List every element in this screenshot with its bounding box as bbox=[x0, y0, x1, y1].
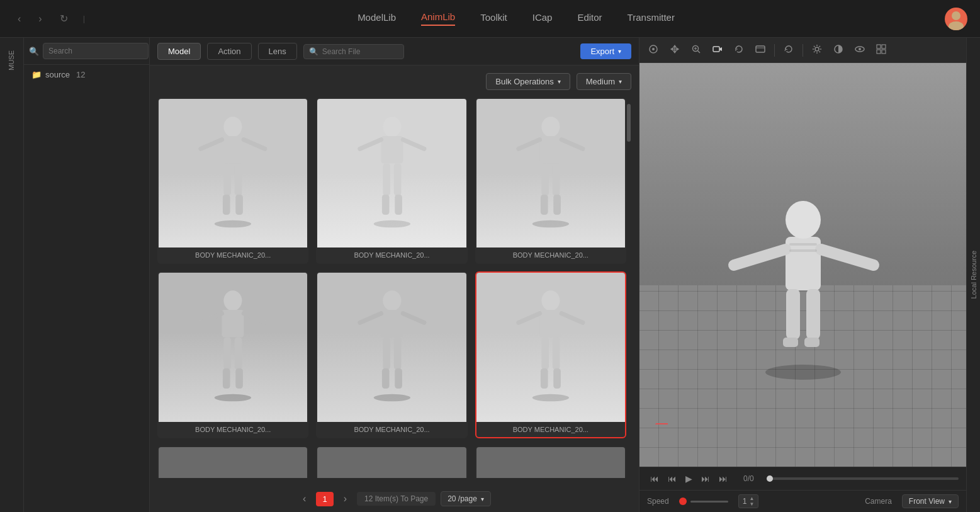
vp-target-button[interactable] bbox=[645, 42, 662, 59]
scroll-thumb[interactable] bbox=[627, 104, 631, 142]
grid-item-image-8 bbox=[317, 447, 466, 478]
svg-point-55 bbox=[532, 394, 569, 402]
next-frame-button[interactable]: ⏭ bbox=[698, 472, 713, 485]
prev-page-arrow[interactable]: ‹ bbox=[298, 491, 311, 507]
vp-eye-button[interactable] bbox=[851, 42, 869, 59]
grid-item-7[interactable] bbox=[157, 446, 308, 478]
scroll-bar[interactable] bbox=[626, 98, 631, 478]
muse-tab[interactable]: MUSE bbox=[4, 44, 20, 77]
speed-stepper[interactable]: ▲ ▼ bbox=[749, 496, 754, 507]
grid-item-image-1 bbox=[159, 99, 307, 247]
back-arrow[interactable]: ‹ bbox=[13, 11, 26, 27]
grid-item-label-6: BODY MECHANIC_20... bbox=[476, 422, 625, 437]
vp-video-button[interactable] bbox=[752, 42, 769, 59]
nav-animlib[interactable]: AnimLib bbox=[421, 11, 455, 26]
vp-camera-button[interactable] bbox=[709, 42, 726, 59]
vp-contrast-button[interactable] bbox=[830, 42, 847, 59]
svg-rect-17 bbox=[381, 195, 389, 215]
svg-line-22 bbox=[519, 139, 539, 149]
frame-display: 0/0 bbox=[738, 473, 759, 484]
skip-end-button[interactable]: ⏭ bbox=[716, 472, 731, 485]
vp-separator-2 bbox=[803, 44, 803, 57]
refresh-button[interactable]: ↻ bbox=[55, 10, 73, 27]
svg-line-73 bbox=[819, 46, 821, 47]
viewport-canvas[interactable] bbox=[639, 63, 966, 467]
export-button[interactable]: Export ▾ bbox=[580, 43, 631, 59]
speed-down[interactable]: ▼ bbox=[749, 501, 754, 507]
vp-grid-button[interactable] bbox=[872, 42, 890, 59]
forward-arrow[interactable]: › bbox=[33, 11, 47, 27]
svg-rect-3 bbox=[222, 136, 244, 164]
per-page-select[interactable]: 20 /page ▾ bbox=[441, 491, 491, 506]
speed-track[interactable] bbox=[690, 501, 728, 503]
user-avatar[interactable] bbox=[945, 8, 967, 30]
local-resource-sidebar[interactable]: Local Resource bbox=[966, 38, 980, 512]
svg-rect-16 bbox=[393, 163, 401, 195]
timeline-bar[interactable] bbox=[767, 477, 959, 480]
grid-item-9[interactable] bbox=[475, 446, 626, 478]
folder-source[interactable]: 📁 source 12 bbox=[24, 65, 149, 84]
tab-model[interactable]: Model bbox=[157, 43, 201, 60]
speed-up[interactable]: ▲ bbox=[749, 496, 754, 501]
export-label: Export bbox=[590, 47, 614, 56]
svg-rect-44 bbox=[381, 368, 389, 389]
speed-label: Speed bbox=[647, 497, 669, 506]
grid-item-4[interactable]: BODY MECHANIC_20... bbox=[157, 271, 308, 438]
grid-item-1[interactable]: BODY MECHANIC_20... bbox=[157, 98, 308, 264]
svg-rect-9 bbox=[236, 195, 244, 215]
svg-rect-12 bbox=[381, 136, 403, 164]
svg-point-2 bbox=[224, 117, 242, 137]
svg-point-82 bbox=[765, 365, 841, 380]
bulk-operations-button[interactable]: Bulk Operations ▾ bbox=[486, 73, 570, 90]
grid-item-6[interactable]: BODY MECHANIC_20... bbox=[475, 271, 626, 438]
svg-rect-33 bbox=[224, 337, 232, 369]
next-page-arrow[interactable]: › bbox=[339, 491, 352, 507]
nav-modellib[interactable]: ModelLib bbox=[358, 12, 396, 25]
timeline-thumb[interactable] bbox=[767, 475, 773, 482]
svg-line-86 bbox=[821, 249, 874, 265]
grid-item-5[interactable]: BODY MECHANIC_20... bbox=[316, 271, 467, 438]
prev-frame-button[interactable]: ⏮ bbox=[665, 472, 680, 485]
viewport-panel: ⏮ ⏮ ▶ ⏭ ⏭ 0/0 Speed 1 ▲ ▼ bbox=[639, 38, 966, 512]
speed-slider[interactable] bbox=[679, 498, 728, 505]
skip-start-button[interactable]: ⏮ bbox=[647, 472, 662, 485]
svg-rect-64 bbox=[756, 46, 765, 52]
vp-reset-button[interactable] bbox=[780, 42, 797, 59]
svg-point-20 bbox=[541, 117, 560, 137]
vp-rotate-button[interactable] bbox=[730, 42, 748, 59]
search-file-input[interactable] bbox=[322, 47, 391, 56]
svg-rect-80 bbox=[877, 50, 881, 54]
grid-item-label-4: BODY MECHANIC_20... bbox=[159, 422, 307, 437]
grid-item-image-7 bbox=[159, 447, 307, 478]
svg-rect-21 bbox=[539, 136, 561, 164]
nav-icap[interactable]: ICap bbox=[532, 12, 553, 25]
svg-rect-53 bbox=[541, 368, 548, 389]
file-panel-search-bar: 🔍 ◄ bbox=[24, 38, 149, 65]
svg-rect-25 bbox=[553, 163, 560, 195]
tab-lens[interactable]: Lens bbox=[258, 43, 297, 60]
vp-zoomin-button[interactable] bbox=[687, 42, 705, 59]
svg-line-13 bbox=[360, 139, 381, 149]
vp-sun-button[interactable] bbox=[808, 42, 826, 59]
grid-item-8[interactable] bbox=[316, 446, 467, 478]
search-input[interactable] bbox=[43, 43, 149, 59]
svg-point-0 bbox=[952, 11, 960, 20]
grid-item-3[interactable]: BODY MECHANIC_20... bbox=[475, 98, 626, 264]
nav-toolkit[interactable]: Toolkit bbox=[480, 12, 507, 25]
current-page-button[interactable]: 1 bbox=[316, 492, 333, 506]
svg-rect-48 bbox=[539, 310, 561, 338]
svg-point-29 bbox=[224, 290, 242, 310]
svg-rect-92 bbox=[789, 249, 817, 252]
search-icon: 🔍 bbox=[29, 47, 39, 56]
tab-action[interactable]: Action bbox=[207, 43, 251, 60]
svg-rect-42 bbox=[383, 337, 390, 369]
camera-select[interactable]: Front View ▾ bbox=[902, 494, 959, 508]
grid-item-2[interactable]: BODY MECHANIC_20... bbox=[316, 98, 467, 264]
grid-item-image-6 bbox=[476, 273, 625, 421]
content-toolbar: Model Action Lens 🔍 Export ▾ bbox=[150, 38, 639, 65]
play-button[interactable]: ▶ bbox=[682, 472, 696, 485]
medium-button[interactable]: Medium ▾ bbox=[577, 73, 631, 90]
nav-editor[interactable]: Editor bbox=[577, 12, 602, 25]
vp-move-button[interactable] bbox=[666, 42, 684, 59]
nav-transmitter[interactable]: Transmitter bbox=[628, 12, 675, 25]
